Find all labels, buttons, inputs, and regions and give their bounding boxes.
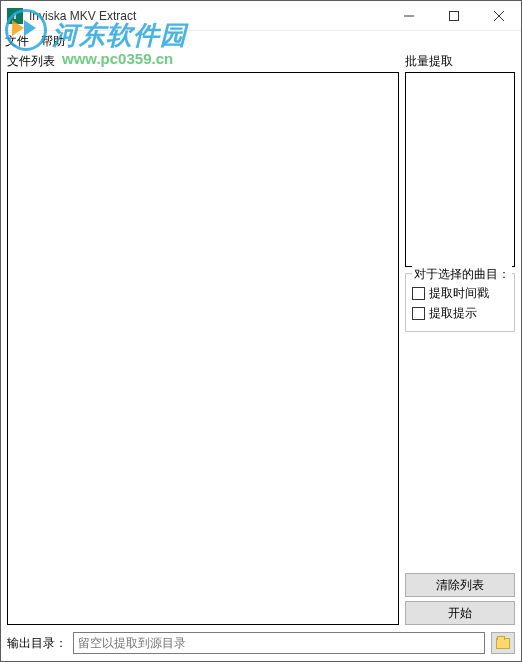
right-column: 批量提取 对于选择的曲目： 提取时间戳 提取提示 清除列表: [405, 53, 515, 625]
main-row: 文件列表 批量提取 对于选择的曲目： 提取时间戳 提取提示: [7, 53, 515, 625]
menu-help[interactable]: 帮助: [41, 33, 65, 50]
browse-button[interactable]: [491, 632, 515, 654]
titlebar: I Inviska MKV Extract: [1, 1, 521, 31]
output-dir-input[interactable]: [73, 632, 485, 654]
extract-cues-checkbox[interactable]: 提取提示: [412, 305, 508, 322]
output-dir-label: 输出目录：: [7, 635, 67, 652]
extract-timecodes-checkbox[interactable]: 提取时间戳: [412, 285, 508, 302]
folder-icon: [496, 638, 510, 649]
menubar: 文件 帮助: [1, 31, 521, 51]
app-window: I Inviska MKV Extract 文件 帮助 文件列表 批量提取: [0, 0, 522, 662]
checkbox-icon: [412, 287, 425, 300]
clear-list-label: 清除列表: [436, 577, 484, 594]
close-button[interactable]: [476, 1, 521, 30]
start-label: 开始: [448, 605, 472, 622]
window-controls: [386, 1, 521, 30]
batch-extract-box[interactable]: [405, 72, 515, 267]
extract-timecodes-label: 提取时间戳: [429, 285, 489, 302]
start-button[interactable]: 开始: [405, 601, 515, 625]
maximize-button[interactable]: [431, 1, 476, 30]
file-list-box[interactable]: [7, 72, 399, 625]
file-list-label: 文件列表: [7, 53, 399, 70]
minimize-button[interactable]: [386, 1, 431, 30]
selected-tracks-group-title: 对于选择的曲目：: [412, 266, 512, 283]
batch-extract-label: 批量提取: [405, 53, 515, 70]
content-area: 文件列表 批量提取 对于选择的曲目： 提取时间戳 提取提示: [1, 51, 521, 661]
output-row: 输出目录：: [7, 631, 515, 655]
extract-cues-label: 提取提示: [429, 305, 477, 322]
spacer: [405, 338, 515, 569]
selected-tracks-group: 对于选择的曲目： 提取时间戳 提取提示: [405, 273, 515, 332]
clear-list-button[interactable]: 清除列表: [405, 573, 515, 597]
window-title: Inviska MKV Extract: [29, 9, 386, 23]
checkbox-icon: [412, 307, 425, 320]
svg-rect-1: [449, 11, 458, 20]
menu-file[interactable]: 文件: [5, 33, 29, 50]
app-icon: I: [7, 8, 23, 24]
left-column: 文件列表: [7, 53, 399, 625]
